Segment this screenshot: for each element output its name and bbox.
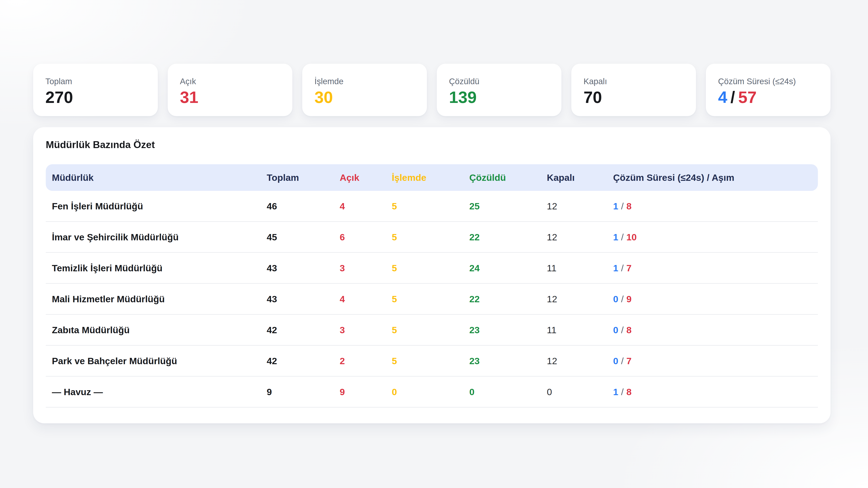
row-in-progress: 5 [392, 325, 469, 335]
row-directorate-name: Fen İşleri Müdürlüğü [52, 201, 267, 212]
row-total: 45 [267, 232, 340, 242]
row-open: 3 [340, 325, 392, 335]
row-within-sla: 1 [613, 387, 618, 397]
table-row: Fen İşleri Müdürlüğü 46 4 5 25 12 1/8 [46, 191, 818, 222]
summary-card: Toplam 270 [33, 64, 158, 116]
row-in-progress: 5 [392, 232, 469, 242]
row-total: 42 [267, 325, 340, 335]
row-open: 9 [340, 386, 392, 397]
row-resolution-time: 0/9 [613, 294, 818, 304]
row-sla-overdue: 10 [626, 232, 637, 242]
summary-card: Çözüldü 139 [437, 64, 561, 116]
row-closed: 0 [547, 386, 613, 397]
card-value: 30 [314, 89, 421, 106]
row-total: 46 [267, 201, 340, 212]
row-resolved: 23 [469, 325, 547, 335]
row-within-sla: 1 [613, 232, 618, 242]
row-open: 6 [340, 232, 392, 242]
row-closed: 11 [547, 263, 613, 273]
row-within-sla: 0 [613, 356, 618, 366]
row-open: 2 [340, 356, 392, 366]
table-header-cell: İşlemde [392, 172, 469, 183]
panel-title: Müdürlük Bazında Özet [46, 139, 818, 151]
card-label: Açık [180, 77, 286, 86]
row-sla-separator: / [621, 232, 624, 242]
row-sla-separator: / [621, 294, 624, 304]
row-sla-separator: / [621, 325, 624, 335]
table-row: Mali Hizmetler Müdürlüğü 43 4 5 22 12 0/… [46, 284, 818, 315]
table-header-cell: Toplam [267, 172, 340, 183]
summary-card: İşlemde 30 [302, 64, 427, 116]
summary-card: Kapalı 70 [571, 64, 696, 116]
row-sla-separator: / [621, 387, 624, 397]
table-row: Zabıta Müdürlüğü 42 3 5 23 11 0/8 [46, 315, 818, 346]
row-within-sla: 0 [613, 325, 618, 335]
row-within-sla: 0 [613, 294, 618, 304]
row-resolution-time: 1/7 [613, 263, 818, 273]
table-row: İmar ve Şehircilik Müdürlüğü 45 6 5 22 1… [46, 222, 818, 253]
row-resolved: 23 [469, 356, 547, 366]
table-row: Temizlik İşleri Müdürlüğü 43 3 5 24 11 1… [46, 253, 818, 284]
row-closed: 12 [547, 201, 613, 212]
row-directorate-name: Temizlik İşleri Müdürlüğü [52, 263, 267, 273]
row-in-progress: 5 [392, 356, 469, 366]
summary-panel: Müdürlük Bazında Özet Müdürlük Toplam Aç… [33, 127, 831, 423]
row-closed: 12 [547, 232, 613, 242]
row-resolution-time: 0/8 [613, 325, 818, 335]
card-label: Kapalı [584, 77, 690, 86]
row-directorate-name: Park ve Bahçeler Müdürlüğü [52, 356, 267, 366]
summary-card: Açık 31 [168, 64, 292, 116]
row-total: 43 [267, 263, 340, 273]
table-header: Müdürlük Toplam Açık İşlemde Çözüldü Kap… [46, 164, 818, 191]
row-resolved: 25 [469, 201, 547, 212]
row-resolved: 0 [469, 386, 547, 397]
card-value-primary: 30 [314, 88, 333, 106]
summary-cards: Toplam 270 Açık 31 İşlemde 30 Çözüldü 13… [33, 64, 831, 116]
table-header-cell: Kapalı [547, 172, 613, 183]
row-sla-overdue: 8 [626, 325, 631, 335]
row-resolution-time: 1/8 [613, 201, 818, 212]
row-sla-overdue: 8 [626, 387, 631, 397]
row-closed: 12 [547, 294, 613, 304]
card-value: 4/57 [718, 89, 825, 106]
card-label: Çözüldü [449, 77, 556, 86]
card-value-secondary: 57 [738, 88, 756, 106]
card-value: 31 [180, 89, 286, 106]
row-open: 3 [340, 263, 392, 273]
table-body: Fen İşleri Müdürlüğü 46 4 5 25 12 1/8 İm… [46, 191, 818, 408]
table-header-cell: Çözüm Süresi (≤24s) / Aşım [613, 172, 818, 183]
row-in-progress: 5 [392, 201, 469, 212]
row-within-sla: 1 [613, 201, 618, 212]
row-open: 4 [340, 201, 392, 212]
row-within-sla: 1 [613, 263, 618, 273]
row-resolved: 22 [469, 294, 547, 304]
row-in-progress: 5 [392, 294, 469, 304]
row-in-progress: 5 [392, 263, 469, 273]
card-value-primary: 70 [584, 88, 602, 106]
card-value-primary: 139 [449, 88, 476, 106]
row-sla-overdue: 7 [626, 263, 631, 273]
row-directorate-name: İmar ve Şehircilik Müdürlüğü [52, 232, 267, 242]
row-resolved: 24 [469, 263, 547, 273]
row-total: 43 [267, 294, 340, 304]
row-resolution-time: 0/7 [613, 356, 818, 366]
table-row: — Havuz — 9 9 0 0 0 1/8 [46, 377, 818, 408]
row-sla-overdue: 8 [626, 201, 631, 212]
row-total: 9 [267, 386, 340, 397]
row-closed: 12 [547, 356, 613, 366]
row-resolution-time: 1/8 [613, 386, 818, 397]
row-resolved: 22 [469, 232, 547, 242]
card-value: 270 [45, 89, 152, 106]
row-sla-separator: / [621, 263, 624, 273]
row-sla-overdue: 7 [626, 356, 631, 366]
row-in-progress: 0 [392, 386, 469, 397]
card-value: 139 [449, 89, 556, 106]
card-label: Çözüm Süresi (≤24s) [718, 77, 825, 86]
row-sla-separator: / [621, 201, 624, 212]
row-sla-separator: / [621, 356, 624, 366]
table-header-cell: Çözüldü [469, 172, 547, 183]
summary-card: Çözüm Süresi (≤24s) 4/57 [706, 64, 831, 116]
card-value-primary: 270 [45, 88, 73, 106]
card-label: Toplam [45, 77, 152, 86]
card-value-primary: 31 [180, 88, 198, 106]
